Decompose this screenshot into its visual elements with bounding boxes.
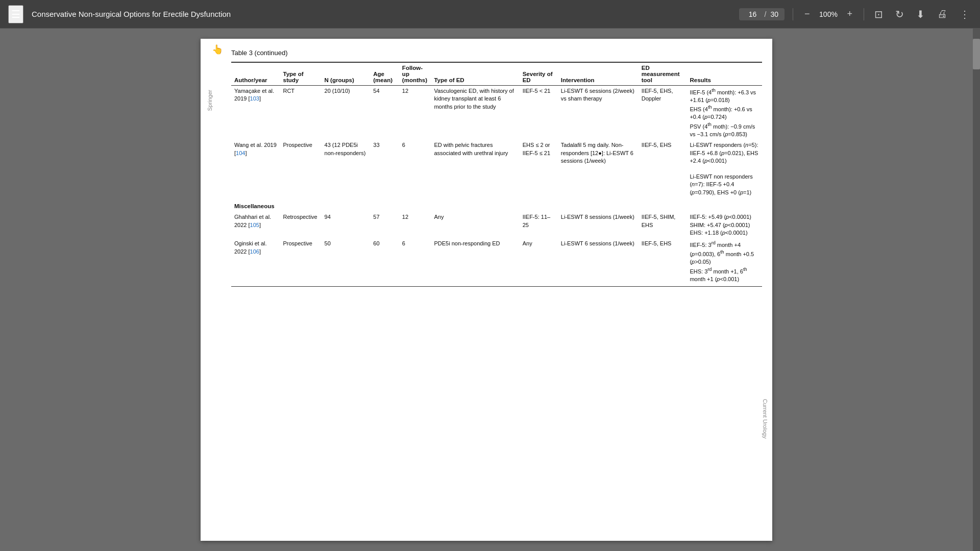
ref-link-105[interactable]: 105 — [250, 222, 259, 228]
col-results: Results — [687, 62, 762, 86]
more-options-button[interactable]: ⋮ — [958, 6, 972, 22]
cell-severity-ed: Any — [520, 238, 558, 286]
col-type-study: Type of study — [280, 62, 321, 86]
scrollbar-thumb[interactable] — [973, 39, 980, 69]
cell-age-mean: 54 — [370, 86, 399, 140]
cell-author: Ghahhari et al. 2022 [105] — [231, 212, 280, 238]
cell-follow-up: 12 — [399, 212, 431, 238]
table-row: Ghahhari et al. 2022 [105] Retrospective… — [231, 212, 762, 238]
zoom-out-button[interactable]: − — [801, 8, 813, 20]
cell-n-groups: 20 (10/10) — [322, 86, 371, 140]
col-n-groups: N (groups) — [322, 62, 371, 86]
cell-intervention: Tadalafil 5 mg daily. Non-responders [12… — [558, 140, 639, 198]
rotate-button[interactable]: ↻ — [893, 6, 906, 22]
scrollbar-track[interactable] — [973, 29, 980, 551]
toolbar: ☰ Conservative Non-surgical Options for … — [0, 0, 980, 29]
cell-age-mean: 33 — [370, 140, 399, 198]
ref-link-104[interactable]: 104 — [236, 150, 245, 156]
print-button[interactable]: 🖨 — [935, 6, 949, 22]
cell-intervention: Li-ESWT 6 sessions (2/week) vs sham ther… — [558, 86, 639, 140]
cell-type-study: RCT — [280, 86, 321, 140]
zoom-in-button[interactable]: + — [844, 8, 855, 20]
document-title: Conservative Non-surgical Options for Er… — [32, 10, 731, 18]
col-age-mean: Age (mean) — [370, 62, 399, 86]
toolbar-right-icons: ⬇ 🖨 ⋮ — [914, 6, 972, 22]
cell-severity-ed: EHS ≤ 2 or IIEF-5 ≤ 21 — [520, 140, 558, 198]
cell-follow-up: 12 — [399, 86, 431, 140]
cell-severity-ed: IIEF-5 < 21 — [520, 86, 558, 140]
cell-n-groups: 43 (12 PDE5i non-responders) — [322, 140, 371, 198]
cell-ed-measurement: IIEF-5, SHIM, EHS — [639, 212, 687, 238]
cell-type-study: Prospective — [280, 140, 321, 198]
col-follow-up: Follow-up(months) — [399, 62, 431, 86]
springer-watermark: Springer — [207, 90, 213, 111]
page-navigation: / 30 — [739, 8, 785, 20]
divider-1 — [793, 8, 793, 20]
table-row: Oginski et al. 2022 [106] Prospective 50… — [231, 238, 762, 286]
table-number: Table 3 — [231, 49, 253, 57]
cell-follow-up: 6 — [399, 238, 431, 286]
cell-type-ed: Vasculogenic ED, with history of kidney … — [431, 86, 519, 140]
ref-link-103[interactable]: 103 — [250, 95, 259, 102]
cell-n-groups: 50 — [322, 238, 371, 286]
section-header-miscellaneous: Miscellaneous — [231, 198, 762, 212]
cell-type-ed: PDE5i non-responding ED — [431, 238, 519, 286]
cell-ed-measurement: IIEF-5, EHS — [639, 238, 687, 286]
col-author: Author/year — [231, 62, 280, 86]
col-type-ed: Type of ED — [431, 62, 519, 86]
cell-author: Wang et al. 2019 [104] — [231, 140, 280, 198]
cell-type-ed: Any — [431, 212, 519, 238]
page-separator: / — [765, 10, 767, 18]
cell-results: IIEF-5 (4th month): +6.3 vs +1.61 (p=0.0… — [687, 86, 762, 140]
document-area: 👆 Springer Current Urology Table 3 (cont… — [0, 29, 973, 551]
cell-author: Yamaçake et al. 2019 [103] — [231, 86, 280, 140]
col-intervention: Intervention — [558, 62, 639, 86]
cell-results: Li-ESWT responders (n=5): IIEF-5 +6.8 (p… — [687, 140, 762, 198]
data-table: Author/year Type of study N (groups) Age… — [231, 62, 762, 287]
cell-n-groups: 94 — [322, 212, 371, 238]
cell-type-study: Prospective — [280, 238, 321, 286]
zoom-level: 100% — [817, 10, 840, 18]
main-content: 👆 Springer Current Urology Table 3 (cont… — [0, 29, 980, 551]
table-title: Table 3 (continued) — [231, 49, 762, 57]
menu-icon[interactable]: ☰ — [8, 5, 23, 23]
current-urology-watermark: Current Urology — [762, 399, 768, 439]
cell-age-mean: 60 — [370, 238, 399, 286]
cell-intervention: Li-ESWT 8 sessions (1/week) — [558, 212, 639, 238]
cell-age-mean: 57 — [370, 212, 399, 238]
col-severity-ed: Severity of ED — [520, 62, 558, 86]
zoom-controls: − 100% + — [801, 8, 855, 20]
cell-follow-up: 6 — [399, 140, 431, 198]
fit-page-button[interactable]: ⊡ — [872, 6, 885, 22]
thumb-icon: 👆 — [212, 44, 223, 55]
table-row: Wang et al. 2019 [104] Prospective 43 (1… — [231, 140, 762, 198]
download-button[interactable]: ⬇ — [914, 6, 927, 22]
col-ed-measurement: ED measurementtool — [639, 62, 687, 86]
cell-type-ed: ED with pelvic fractures associated with… — [431, 140, 519, 198]
cell-ed-measurement: IIEF-5, EHS — [639, 140, 687, 198]
cell-intervention: Li-ESWT 6 sessions (1/week) — [558, 238, 639, 286]
page-total: 30 — [770, 10, 778, 18]
cell-results: IIEF-5: +5.49 (p<0.0001) SHIM: +5.47 (p<… — [687, 212, 762, 238]
divider-2 — [864, 8, 864, 20]
cell-author: Oginski et al. 2022 [106] — [231, 238, 280, 286]
table-row: Yamaçake et al. 2019 [103] RCT 20 (10/10… — [231, 86, 762, 140]
page-number-input[interactable] — [745, 10, 761, 18]
section-header-label: Miscellaneous — [231, 198, 762, 212]
cell-ed-measurement: IIEF-5, EHS, Doppler — [639, 86, 687, 140]
document-page: 👆 Springer Current Urology Table 3 (cont… — [201, 39, 772, 541]
cell-type-study: Retrospective — [280, 212, 321, 238]
ref-link-106[interactable]: 106 — [250, 248, 259, 255]
cell-severity-ed: IIEF-5: 11–25 — [520, 212, 558, 238]
table-subtitle: (continued) — [255, 49, 288, 57]
cell-results: IIEF-5: 3rd month +4 (p=0.003), 6th mont… — [687, 238, 762, 286]
